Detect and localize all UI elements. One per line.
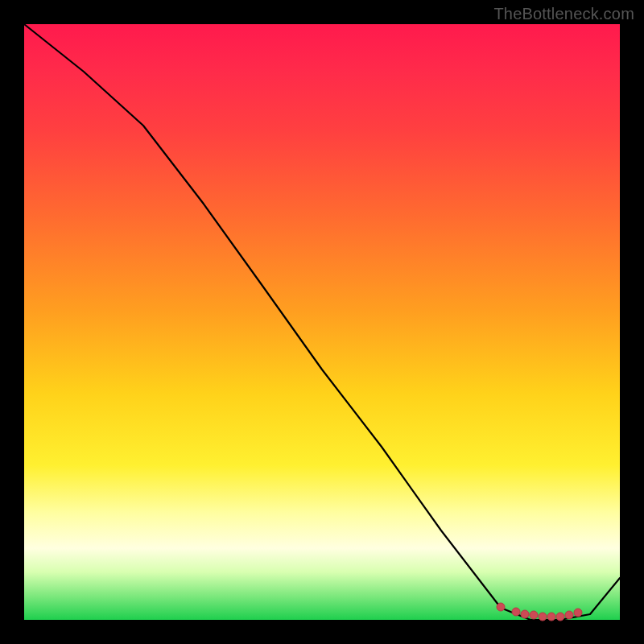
chart-svg: [24, 24, 620, 620]
svg-point-7: [565, 611, 573, 619]
plot-area: [24, 24, 620, 620]
svg-point-2: [521, 610, 529, 618]
svg-point-4: [539, 613, 547, 621]
svg-point-8: [574, 609, 582, 617]
svg-point-3: [530, 611, 538, 619]
chart-frame: TheBottleneck.com: [0, 0, 644, 644]
svg-point-6: [556, 613, 564, 621]
svg-point-1: [512, 608, 520, 616]
attribution-label: TheBottleneck.com: [493, 5, 634, 23]
bottleneck-line: [24, 24, 620, 620]
svg-point-5: [547, 613, 555, 621]
svg-point-0: [497, 603, 505, 611]
